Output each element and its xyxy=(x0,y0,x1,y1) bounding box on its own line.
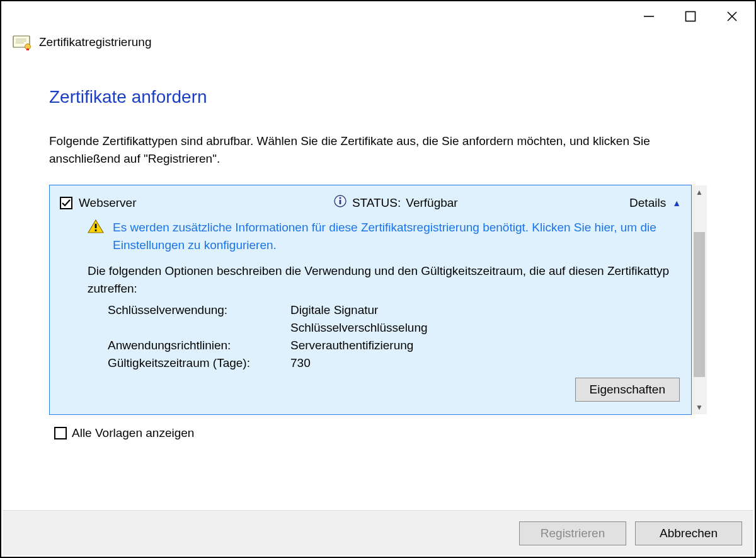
scroll-up-arrow-icon[interactable]: ▲ xyxy=(692,185,707,199)
key-usage-label: Schlüsselverwendung: xyxy=(108,303,290,317)
template-checkbox[interactable] xyxy=(60,197,72,209)
wizard-title: Zertifikatregistrierung xyxy=(39,35,151,49)
key-usage-value-2: Schlüsselverschlüsselung xyxy=(290,321,681,335)
scrollbar-thumb[interactable] xyxy=(694,232,705,377)
status-label: STATUS: xyxy=(352,196,401,210)
maximize-icon xyxy=(685,11,696,22)
register-button[interactable]: Registrieren xyxy=(519,521,626,545)
wizard-header: Zertifikatregistrierung xyxy=(1,32,755,53)
warning-text: Es werden zusätzliche Informationen für … xyxy=(113,219,681,253)
app-policy-value: Serverauthentifizierung xyxy=(290,339,681,352)
template-name: Webserver xyxy=(79,196,137,210)
info-icon xyxy=(333,194,347,211)
content-area: Zertifikate anfordern Folgende Zertifika… xyxy=(1,87,755,440)
page-heading: Zertifikate anfordern xyxy=(49,87,707,107)
minimize-button[interactable] xyxy=(630,6,668,26)
show-all-templates-row: Alle Vorlagen anzeigen xyxy=(54,426,707,440)
validity-label: Gültigkeitszeitraum (Tage): xyxy=(108,356,290,370)
template-header-row: Webserver STATUS: Verfügbar xyxy=(60,194,681,211)
status-value: Verfügbar xyxy=(406,196,457,210)
minimize-icon xyxy=(643,11,655,22)
svg-rect-1 xyxy=(686,12,696,21)
validity-value: 730 xyxy=(290,356,681,370)
dialog-window: Zertifikatregistrierung Zertifikate anfo… xyxy=(0,0,756,558)
close-button[interactable] xyxy=(713,6,751,26)
svg-rect-10 xyxy=(339,200,341,204)
close-icon xyxy=(726,11,738,22)
warning-icon xyxy=(88,219,104,234)
certificate-icon xyxy=(13,34,32,50)
check-icon xyxy=(61,198,71,208)
templates-scroll-area: Webserver STATUS: Verfügbar xyxy=(49,185,707,415)
scroll-down-arrow-icon[interactable]: ▼ xyxy=(692,400,707,414)
svg-rect-13 xyxy=(95,224,97,228)
details-toggle[interactable]: Details ▲ xyxy=(629,196,681,210)
warning-row[interactable]: Es werden zusätzliche Informationen für … xyxy=(88,219,681,253)
cancel-button[interactable]: Abbrechen xyxy=(635,521,742,545)
svg-point-11 xyxy=(339,197,341,199)
chevron-up-icon: ▲ xyxy=(672,198,681,208)
app-policy-label: Anwendungsrichtlinien: xyxy=(108,339,290,352)
options-description: Die folgenden Optionen beschreiben die V… xyxy=(88,262,681,297)
properties-button[interactable]: Eigenschaften xyxy=(575,378,680,402)
template-panel-webserver[interactable]: Webserver STATUS: Verfügbar xyxy=(49,185,692,415)
titlebar xyxy=(1,1,755,32)
show-all-label: Alle Vorlagen anzeigen xyxy=(72,426,194,440)
maximize-button[interactable] xyxy=(672,6,709,26)
options-grid: Schlüsselverwendung: Digitale Signatur S… xyxy=(108,303,681,370)
details-label: Details xyxy=(629,196,666,210)
intro-text: Folgende Zertifikattypen sind abrufbar. … xyxy=(49,132,707,167)
footer-bar: Registrieren Abbrechen xyxy=(3,510,753,555)
vertical-scrollbar[interactable]: ▲ ▼ xyxy=(692,185,707,415)
show-all-checkbox[interactable] xyxy=(54,427,67,439)
svg-rect-14 xyxy=(95,230,97,231)
key-usage-value-1: Digitale Signatur xyxy=(290,303,681,317)
